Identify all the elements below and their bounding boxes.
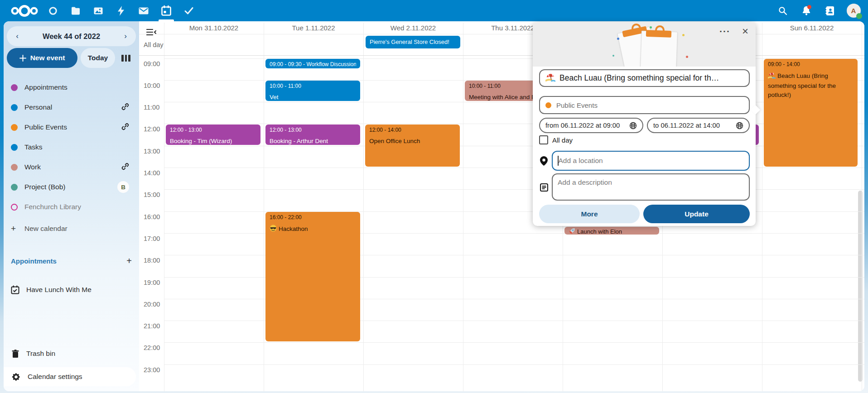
app-launcher bbox=[42, 0, 200, 21]
notification-badge bbox=[807, 5, 811, 9]
hour-label: 17:00 bbox=[144, 235, 160, 242]
app-window: A ‹ Week 44 of 2022 › New event Today bbox=[0, 0, 868, 393]
calendar-color-dot[interactable] bbox=[11, 84, 18, 91]
description-input[interactable]: Add a description bbox=[552, 173, 750, 201]
top-bar: A bbox=[0, 0, 868, 21]
tasks-icon[interactable] bbox=[178, 0, 200, 21]
event-time-title: 09:00 - 09:30 - Workflow Discussion bbox=[270, 61, 356, 68]
calendar-event-hackathon[interactable]: 16:00 - 22:00Hackathon bbox=[265, 212, 360, 341]
calendar-event-beach-luau-bring-something-special-for-the-potluck[interactable]: 09:00 - 14:00Beach Luau (Bring something… bbox=[764, 59, 858, 167]
event-title-input[interactable]: Beach Luau (Bring something special for … bbox=[539, 69, 750, 87]
sidebar-calendar-project-bob[interactable]: Project (Bob)B bbox=[4, 177, 139, 197]
calendar-settings-button[interactable]: Calendar settings bbox=[4, 367, 136, 386]
share-link-icon[interactable] bbox=[121, 123, 129, 132]
share-link-icon bbox=[121, 103, 129, 110]
all-day-event[interactable]: Pierre's General Store Closed! bbox=[366, 36, 460, 48]
sidebar-calendar-public-events[interactable]: Public Events bbox=[4, 117, 139, 137]
calendar-event-workflow-discussion[interactable]: 09:00 - 09:30 - Workflow Discussion bbox=[265, 59, 360, 68]
files-icon[interactable] bbox=[64, 0, 87, 21]
hour-label: 21:00 bbox=[144, 322, 160, 330]
grid-column-line bbox=[363, 23, 364, 391]
grid-hour-line bbox=[164, 189, 864, 190]
hour-label: 23:00 bbox=[144, 366, 160, 374]
contacts-icon[interactable] bbox=[820, 1, 840, 21]
sidebar-calendar-work[interactable]: Work bbox=[4, 157, 139, 177]
hour-label: 11:00 bbox=[144, 104, 159, 111]
calendar-color-dot[interactable] bbox=[11, 104, 18, 111]
collapse-all-day-icon[interactable] bbox=[146, 29, 157, 38]
calendar-color-dot[interactable] bbox=[11, 184, 18, 191]
grid-column-line bbox=[463, 23, 463, 391]
online-status-dot bbox=[856, 13, 862, 19]
calendar-color-dot[interactable] bbox=[11, 144, 18, 151]
calendar-event-open-office-lunch[interactable]: 12:00 - 14:00Open Office Lunch bbox=[365, 125, 460, 167]
calendar-ring-icon[interactable] bbox=[11, 204, 18, 211]
checkbox-icon[interactable] bbox=[539, 135, 548, 144]
notifications-bell-icon[interactable] bbox=[796, 1, 816, 21]
calendar-label: Personal bbox=[24, 103, 121, 111]
sidebar-calendar-personal[interactable]: Personal bbox=[4, 97, 139, 117]
dashboard-icon[interactable] bbox=[42, 0, 64, 21]
activity-icon[interactable] bbox=[110, 0, 132, 21]
week-label: Week 44 of 2022 bbox=[43, 32, 100, 41]
trash-bin-button[interactable]: Trash bin bbox=[4, 344, 139, 364]
timezone-globe-icon[interactable] bbox=[629, 122, 637, 129]
update-button[interactable]: Update bbox=[643, 205, 750, 223]
today-button[interactable]: Today bbox=[81, 48, 115, 68]
day-header-2: Wed 2.11.2022 bbox=[363, 24, 463, 33]
hour-label: 18:00 bbox=[144, 257, 160, 264]
user-avatar[interactable]: A bbox=[844, 1, 863, 21]
more-button[interactable]: More bbox=[539, 205, 640, 223]
share-link-icon[interactable] bbox=[121, 163, 129, 172]
previous-week-button[interactable]: ‹ bbox=[10, 29, 25, 44]
grid-column-line bbox=[164, 23, 164, 391]
grid-column-line bbox=[862, 23, 862, 391]
calendar-select[interactable]: Public Events bbox=[539, 96, 750, 114]
new-event-button[interactable]: New event bbox=[7, 48, 77, 68]
more-options-icon[interactable]: ··· bbox=[716, 23, 734, 39]
sunglasses-emoji bbox=[270, 225, 277, 234]
calendar-color-dot[interactable] bbox=[11, 124, 18, 131]
search-icon[interactable] bbox=[773, 1, 793, 21]
appointment-item[interactable]: Have Lunch With Me bbox=[4, 280, 139, 300]
calendar-label: Tasks bbox=[24, 143, 132, 151]
event-title: Booking - Arthur Dent bbox=[270, 137, 356, 145]
sidebar-calendar-appointments[interactable]: Appointments bbox=[4, 77, 139, 97]
event-title: Hackathon bbox=[270, 225, 356, 234]
view-columns-button[interactable] bbox=[121, 55, 130, 62]
sidebar-calendar-tasks[interactable]: Tasks bbox=[4, 137, 139, 157]
sidebar: ‹ Week 44 of 2022 › New event Today Appo… bbox=[4, 21, 139, 391]
day-header-6: Sun 6.11.2022 bbox=[762, 24, 862, 33]
all-day-checkbox[interactable]: All day bbox=[539, 135, 573, 144]
location-input[interactable]: Add a location bbox=[552, 151, 750, 171]
timezone-globe-icon[interactable] bbox=[736, 122, 743, 129]
share-link-icon[interactable] bbox=[121, 103, 129, 112]
calendar-event-booking-arthur-dent[interactable]: 12:00 - 13:00Booking - Arthur Dent bbox=[265, 125, 360, 145]
photos-icon[interactable] bbox=[87, 0, 110, 21]
start-datetime-button[interactable]: from 06.11.2022 at 09:00 bbox=[539, 118, 643, 133]
event-title: Launch with Elon bbox=[569, 228, 655, 235]
calendar-color-dot[interactable] bbox=[11, 164, 18, 171]
trash-icon bbox=[12, 350, 19, 358]
hour-label: 13:00 bbox=[144, 148, 160, 155]
close-icon[interactable]: × bbox=[737, 23, 754, 39]
calendar-event-vet[interactable]: 10:00 - 11:00Vet bbox=[265, 81, 360, 101]
mail-icon[interactable] bbox=[132, 0, 155, 21]
sidebar-calendar-fenchurch-library[interactable]: Fenchurch Library bbox=[4, 197, 139, 217]
calendar-list: AppointmentsPersonalPublic EventsTasksWo… bbox=[4, 77, 139, 217]
calendar-event-booking-tim-wizard[interactable]: 12:00 - 13:00Booking - Tim (Wizard) bbox=[166, 125, 260, 145]
topbar-right: A bbox=[773, 0, 863, 21]
new-calendar-button[interactable]: + New calendar bbox=[4, 219, 139, 239]
nextcloud-logo-icon[interactable] bbox=[8, 3, 41, 19]
end-datetime-button[interactable]: to 06.11.2022 at 14:00 bbox=[647, 118, 750, 133]
hour-label: 12:00 bbox=[144, 125, 160, 133]
description-icon bbox=[540, 183, 548, 192]
add-appointment-button[interactable]: + bbox=[126, 256, 132, 266]
calendar-event-launch-with-elon[interactable]: Launch with Elon bbox=[564, 227, 659, 235]
calendar-app-icon[interactable] bbox=[155, 0, 178, 21]
grid-hour-line bbox=[164, 168, 864, 168]
event-time: 12:00 - 13:00 bbox=[270, 127, 356, 134]
next-week-button[interactable]: › bbox=[118, 29, 133, 44]
hour-label: 14:00 bbox=[144, 169, 160, 177]
hour-label: 15:00 bbox=[144, 191, 160, 198]
